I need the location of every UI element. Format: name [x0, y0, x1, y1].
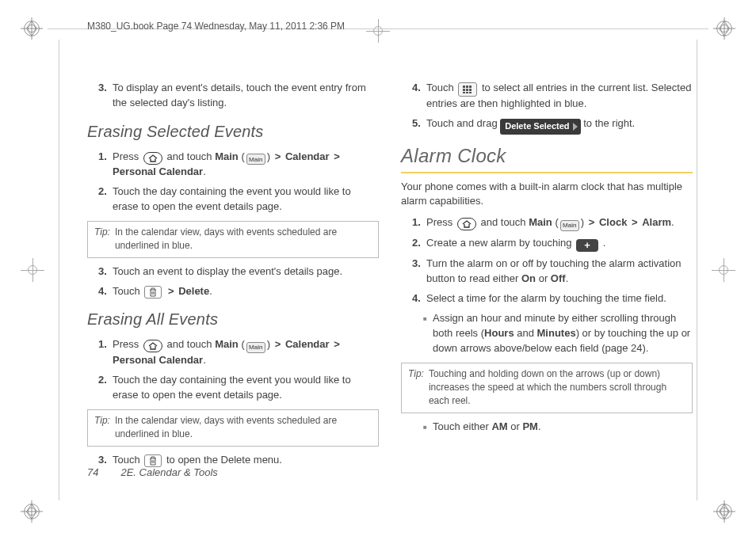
- registration-mark-icon: [21, 17, 43, 40]
- left-column: 3. To display an event's details, touch …: [87, 76, 379, 485]
- trash-icon: [144, 286, 162, 299]
- step-number: 3.: [412, 257, 426, 287]
- home-button-icon: [457, 218, 476, 230]
- registration-mark-icon: [21, 500, 43, 523]
- page-content: 3. To display an event's details, touch …: [87, 76, 693, 485]
- step-item: 5. Touch and drag Delete Selected to the…: [412, 116, 693, 135]
- step-text: Touch an event to display the event's de…: [113, 264, 379, 280]
- tip-label: Tip:: [408, 367, 424, 409]
- step-text: Touch the day containing the event you w…: [113, 373, 379, 403]
- step-number: 1.: [412, 215, 426, 231]
- svg-rect-17: [466, 86, 468, 88]
- registration-mark-icon: [713, 500, 735, 523]
- bullet-icon: ■: [423, 420, 433, 435]
- step-number: 1.: [98, 337, 113, 368]
- step-text: Press and touch Main (Main) > Calendar >…: [113, 150, 379, 181]
- step-number: 2.: [412, 236, 426, 252]
- step-number: 3.: [98, 81, 113, 111]
- chevron-right-icon: >: [587, 216, 597, 228]
- step-item: 2. Touch the day containing the event yo…: [98, 184, 379, 215]
- delete-selected-button-icon: Delete Selected: [500, 119, 580, 135]
- tip-box: Tip: In the calendar view, days with eve…: [87, 409, 379, 447]
- step-number: 2.: [98, 373, 113, 403]
- sub-bullet: ■ Assign an hour and minute by either sc…: [423, 311, 693, 356]
- crosshair-icon: [21, 258, 44, 282]
- tip-label: Tip:: [94, 414, 110, 442]
- crop-line: [697, 40, 697, 500]
- tip-text: In the calendar view, days with events s…: [115, 414, 372, 442]
- home-button-icon: [143, 152, 162, 165]
- step-item: 1. Press and touch Main (Main) > Calenda…: [98, 150, 379, 181]
- plus-button-icon: +: [576, 239, 598, 252]
- step-item: 4. Touch > Delete.: [98, 284, 379, 299]
- step-text: Select a time for the alarm by touching …: [426, 291, 693, 306]
- page-number: 74: [87, 466, 98, 478]
- main-softkey-icon: Main: [246, 342, 265, 353]
- step-number: 1.: [98, 150, 113, 181]
- main-softkey-icon: Main: [560, 220, 579, 231]
- step-number: 4.: [98, 284, 113, 299]
- step-text: Touch to open the Delete menu.: [113, 453, 379, 468]
- step-item: 4. Select a time for the alarm by touchi…: [412, 291, 693, 306]
- heading-erasing-selected: Erasing Selected Events: [87, 120, 379, 143]
- tip-text: Touching and holding down on the arrows …: [429, 367, 685, 409]
- svg-rect-19: [463, 89, 465, 91]
- step-text: To display an event's details, touch the…: [113, 81, 379, 111]
- step-number: 4.: [412, 291, 426, 306]
- step-number: 3.: [98, 264, 113, 280]
- registration-mark-icon: [713, 17, 735, 40]
- svg-rect-22: [463, 92, 465, 93]
- crosshair-icon: [712, 258, 735, 282]
- step-text: Turn the alarm on or off by touching the…: [426, 257, 693, 287]
- tip-text: In the calendar view, days with events s…: [115, 226, 372, 253]
- step-text: Press and touch Main (Main) > Clock > Al…: [426, 215, 693, 231]
- sub-bullet: ■ Touch either AM or PM.: [423, 420, 693, 435]
- home-button-icon: [143, 340, 162, 352]
- chevron-right-icon: >: [332, 338, 342, 350]
- svg-rect-21: [469, 89, 472, 91]
- tip-box: Tip: In the calendar view, days with eve…: [87, 221, 379, 258]
- step-number: 5.: [412, 116, 426, 135]
- step-text: Press and touch Main (Main) > Calendar >…: [113, 337, 379, 368]
- main-softkey-icon: Main: [246, 154, 265, 165]
- bullet-icon: ■: [423, 311, 433, 356]
- step-text: Touch > Delete.: [113, 284, 379, 299]
- step-number: 4.: [412, 81, 426, 112]
- heading-alarm-clock: Alarm Clock: [401, 143, 693, 173]
- chevron-right-icon: >: [166, 285, 176, 297]
- svg-rect-24: [469, 92, 472, 93]
- section-label: 2E. Calendar & Tools: [120, 466, 217, 478]
- tip-box: Tip: Touching and holding down on the ar…: [401, 363, 693, 413]
- svg-rect-18: [469, 86, 472, 88]
- step-text: Touch and drag Delete Selected to the ri…: [426, 116, 693, 135]
- step-item: 3. Turn the alarm on or off by touching …: [412, 257, 693, 287]
- arrow-right-icon: [573, 123, 578, 131]
- svg-rect-23: [466, 92, 468, 93]
- sub-text: Assign an hour and minute by either scro…: [433, 311, 693, 356]
- trash-icon: [144, 454, 162, 467]
- chevron-right-icon: >: [273, 150, 283, 162]
- svg-rect-20: [466, 89, 468, 91]
- step-text: Touch the day containing the event you w…: [113, 184, 379, 215]
- crosshair-icon: [366, 19, 390, 43]
- svg-rect-16: [463, 86, 465, 88]
- step-item: 4. Touch to select all entries in the cu…: [412, 81, 693, 112]
- step-text: Touch to select all entries in the curre…: [426, 81, 693, 112]
- page-header: M380_UG.book Page 74 Wednesday, May 11, …: [87, 21, 345, 32]
- page-footer: 74 2E. Calendar & Tools: [87, 466, 218, 478]
- chevron-right-icon: >: [630, 216, 640, 228]
- intro-text: Your phone comes with a built-in alarm c…: [401, 180, 693, 210]
- select-all-icon: [458, 82, 477, 97]
- chevron-right-icon: >: [273, 338, 283, 350]
- tip-label: Tip:: [94, 226, 110, 253]
- sub-text: Touch either AM or PM.: [433, 420, 693, 435]
- step-item: 2. Create a new alarm by touching + .: [412, 236, 693, 252]
- chevron-right-icon: >: [332, 150, 342, 162]
- crop-line: [59, 40, 59, 500]
- step-item: 3. Touch an event to display the event's…: [98, 264, 379, 280]
- step-item: 1. Press and touch Main (Main) > Calenda…: [98, 337, 379, 368]
- step-number: 3.: [98, 453, 113, 468]
- step-item: 3. Touch to open the Delete menu.: [98, 453, 379, 468]
- step-number: 2.: [98, 184, 113, 215]
- heading-erasing-all: Erasing All Events: [87, 308, 379, 331]
